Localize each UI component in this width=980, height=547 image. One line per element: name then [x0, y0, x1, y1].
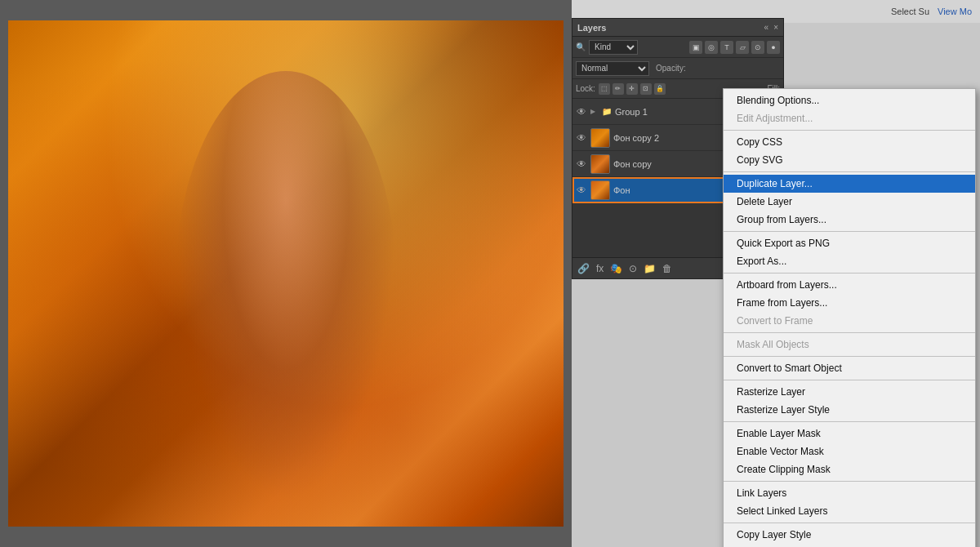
- lock-all-icon[interactable]: 🔒: [654, 83, 666, 95]
- menu-separator: [724, 421, 975, 422]
- menu-separator: [724, 231, 975, 232]
- kind-filter-row: 🔍 Kind ▣ ◎ T ▱ ⊙ ●: [572, 37, 783, 58]
- menu-separator: [724, 273, 975, 274]
- menu-item-link-layers[interactable]: Link Layers: [724, 484, 975, 502]
- kind-type-icon[interactable]: T: [720, 41, 733, 54]
- canvas-image: [8, 20, 564, 527]
- layers-close-icon[interactable]: ×: [773, 23, 778, 32]
- menu-item-copy-layer-style[interactable]: Copy Layer Style: [724, 526, 975, 544]
- lock-icons: ⬚ ✏ ✛ ⊡ 🔒: [599, 83, 666, 95]
- menu-item-enable-vector-mask[interactable]: Enable Vector Mask: [724, 442, 975, 460]
- layers-header-icons: « ×: [764, 23, 778, 32]
- menu-item-frame-from-layers-[interactable]: Frame from Layers...: [724, 294, 975, 312]
- menu-item-select-linked-layers[interactable]: Select Linked Layers: [724, 502, 975, 520]
- group-folder-icon: 📁: [602, 107, 612, 116]
- layer-visibility-fon-copy[interactable]: 👁: [576, 158, 587, 170]
- layer-thumb-fon-copy: [590, 154, 610, 174]
- menu-item-artboard-from-layers-[interactable]: Artboard from Layers...: [724, 276, 975, 294]
- canvas-area: [0, 0, 572, 547]
- kind-smart-icon[interactable]: ⊙: [751, 41, 764, 54]
- opacity-label: Opacity:: [656, 64, 686, 73]
- lock-label: Lock:: [576, 84, 595, 93]
- select-sub-text: Select Su: [891, 7, 929, 16]
- menu-item-paste-layer-style[interactable]: Paste Layer Style: [724, 544, 975, 547]
- menu-separator: [724, 380, 975, 380]
- lock-paint-icon[interactable]: ✏: [612, 83, 624, 95]
- lock-artboard-icon[interactable]: ⊡: [640, 83, 652, 95]
- menu-item-rasterize-layer[interactable]: Rasterize Layer: [724, 383, 975, 401]
- menu-separator: [724, 356, 975, 357]
- group-bottom-icon[interactable]: 📁: [644, 263, 656, 274]
- menu-item-delete-layer[interactable]: Delete Layer: [724, 193, 975, 211]
- menu-separator: [724, 332, 975, 333]
- layer-thumb-fon-copy2: [590, 128, 610, 148]
- trash-icon[interactable]: 🗑: [662, 263, 672, 274]
- menu-item-group-from-layers-[interactable]: Group from Layers...: [724, 211, 975, 229]
- menu-separator: [724, 130, 975, 131]
- layer-thumb-fon: [590, 180, 610, 200]
- menu-item-convert-to-smart-object[interactable]: Convert to Smart Object: [724, 359, 975, 377]
- kind-adjust-icon[interactable]: ◎: [705, 41, 718, 54]
- adjustment-icon[interactable]: ⊙: [629, 263, 637, 274]
- kind-icons: ▣ ◎ T ▱ ⊙ ●: [689, 41, 780, 54]
- layer-visibility-fon-copy2[interactable]: 👁: [576, 132, 587, 144]
- menu-item-edit-adjustment-: Edit Adjustment...: [724, 109, 975, 127]
- layers-panel-header: Layers « ×: [572, 19, 783, 37]
- menu-item-mask-all-objects: Mask All Objects: [724, 336, 975, 354]
- fx-icon[interactable]: fx: [596, 263, 604, 274]
- layer-expand-group1[interactable]: ▶: [590, 108, 599, 115]
- menu-item-rasterize-layer-style[interactable]: Rasterize Layer Style: [724, 401, 975, 419]
- menu-item-convert-to-frame: Convert to Frame: [724, 312, 975, 330]
- menu-item-copy-svg[interactable]: Copy SVG: [724, 151, 975, 169]
- menu-item-blending-options-[interactable]: Blending Options...: [724, 91, 975, 109]
- layers-collapse-icon[interactable]: «: [764, 23, 769, 32]
- blend-mode-select[interactable]: Normal: [576, 61, 649, 76]
- kind-select[interactable]: Kind: [589, 40, 638, 55]
- layers-panel-title: Layers: [577, 23, 606, 33]
- lock-move-icon[interactable]: ✛: [626, 83, 638, 95]
- layer-visibility-fon[interactable]: 👁: [576, 185, 587, 196]
- menu-separator: [724, 523, 975, 523]
- view-more-link[interactable]: View Mo: [938, 7, 972, 16]
- kind-pixel-icon[interactable]: ▣: [689, 41, 702, 54]
- menu-item-duplicate-layer-[interactable]: Duplicate Layer...: [724, 175, 975, 193]
- menu-separator: [724, 171, 975, 172]
- menu-item-quick-export-as-png[interactable]: Quick Export as PNG: [724, 234, 975, 252]
- menu-separator: [724, 481, 975, 482]
- menu-item-export-as-[interactable]: Export As...: [724, 252, 975, 270]
- context-menu: Blending Options...Edit Adjustment...Cop…: [723, 88, 976, 547]
- link-icon[interactable]: 🔗: [577, 263, 590, 274]
- mask-icon[interactable]: 🎭: [610, 263, 622, 274]
- kind-dot-icon[interactable]: ●: [767, 41, 780, 54]
- layer-visibility-group1[interactable]: 👁: [576, 106, 587, 118]
- lock-transparency-icon[interactable]: ⬚: [599, 83, 610, 95]
- menu-item-enable-layer-mask[interactable]: Enable Layer Mask: [724, 425, 975, 442]
- kind-shape-icon[interactable]: ▱: [736, 41, 749, 54]
- menu-item-copy-css[interactable]: Copy CSS: [724, 133, 975, 151]
- blend-mode-row: Normal Opacity:: [572, 58, 783, 79]
- menu-item-create-clipping-mask[interactable]: Create Clipping Mask: [724, 460, 975, 478]
